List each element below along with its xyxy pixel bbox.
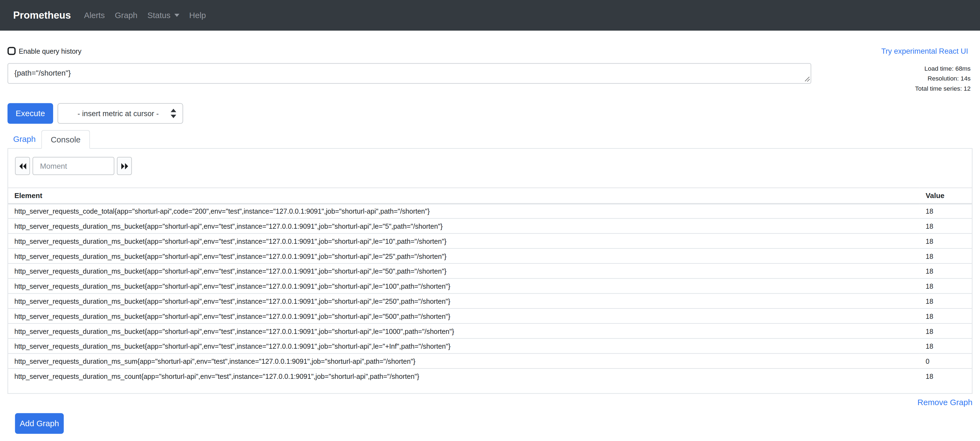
value-cell: 18: [920, 279, 972, 294]
table-row: http_server_requests_duration_ms_bucket{…: [8, 293, 972, 309]
enable-query-history-checkbox[interactable]: [7, 47, 16, 55]
tab-console[interactable]: Console: [41, 130, 90, 149]
resolution-stat: Resolution: 14s: [915, 74, 971, 84]
total-series-stat: Total time series: 12: [915, 84, 971, 94]
console-table: Element Value http_server_requests_code_…: [8, 188, 972, 384]
console-panel: Element Value http_server_requests_code_…: [7, 149, 972, 393]
rewind-icon: [19, 163, 26, 169]
value-cell: 18: [920, 309, 972, 323]
table-row: http_server_requests_duration_ms_count{a…: [8, 368, 972, 384]
element-cell: http_server_requests_duration_ms_bucket{…: [8, 339, 920, 353]
query-expression-input[interactable]: {path="/shorten"}: [7, 63, 811, 84]
table-header-row: Element Value: [8, 188, 972, 204]
element-cell: http_server_requests_duration_ms_bucket{…: [8, 309, 920, 323]
value-cell: 18: [920, 339, 972, 353]
enable-query-history-label: Enable query history: [19, 47, 81, 54]
value-cell: 18: [920, 233, 972, 248]
value-column-header: Value: [920, 188, 972, 204]
history-row: Enable query history Try experimental Re…: [7, 46, 972, 56]
table-row: http_server_requests_duration_ms_bucket{…: [8, 233, 972, 248]
table-row: http_server_requests_duration_ms_bucket{…: [8, 218, 972, 234]
brand-prometheus[interactable]: Prometheus: [13, 10, 71, 21]
table-row: http_server_requests_duration_ms_bucket{…: [8, 264, 972, 279]
table-row: http_server_requests_duration_ms_bucket{…: [8, 248, 972, 264]
element-cell: http_server_requests_code_total{app="sho…: [8, 204, 920, 218]
nav-item-help[interactable]: Help: [184, 11, 211, 20]
element-cell: http_server_requests_duration_ms_bucket{…: [8, 323, 920, 339]
element-cell: http_server_requests_duration_ms_bucket{…: [8, 264, 920, 279]
add-graph-button[interactable]: Add Graph: [15, 413, 64, 433]
fast-forward-icon: [121, 163, 128, 169]
load-time-stat: Load time: 68ms: [915, 64, 971, 74]
value-cell: 0: [920, 353, 972, 368]
tab-bar: Graph Console: [7, 130, 972, 149]
element-cell: http_server_requests_duration_ms_bucket{…: [8, 293, 920, 309]
value-cell: 18: [920, 248, 972, 264]
value-cell: 18: [920, 204, 972, 218]
try-react-ui-link[interactable]: Try experimental React UI: [881, 46, 973, 55]
chevron-down-icon: [174, 14, 179, 17]
table-row: http_server_requests_duration_ms_bucket{…: [8, 279, 972, 294]
table-row: http_server_requests_duration_ms_sum{app…: [8, 353, 972, 368]
table-row: http_server_requests_duration_ms_bucket{…: [8, 339, 972, 353]
nav-item-graph[interactable]: Graph: [110, 11, 142, 20]
table-row: http_server_requests_code_total{app="sho…: [8, 204, 972, 218]
value-cell: 18: [920, 264, 972, 279]
insert-metric-select-label: - insert metric at cursor -: [66, 109, 171, 118]
moment-input[interactable]: [33, 157, 115, 175]
remove-graph-link[interactable]: Remove Graph: [917, 397, 972, 406]
nav-item-status-label: Status: [147, 11, 170, 20]
element-cell: http_server_requests_duration_ms_count{a…: [8, 368, 920, 384]
value-cell: 18: [920, 293, 972, 309]
moment-next-button[interactable]: [117, 157, 132, 175]
element-cell: http_server_requests_duration_ms_sum{app…: [8, 353, 920, 368]
up-down-arrows-icon: [171, 109, 177, 118]
table-row: http_server_requests_duration_ms_bucket{…: [8, 309, 972, 323]
element-cell: http_server_requests_duration_ms_bucket{…: [8, 248, 920, 264]
value-cell: 18: [920, 323, 972, 339]
actions-row: Execute - insert metric at cursor -: [7, 103, 972, 124]
remove-graph-row: Remove Graph: [7, 396, 972, 406]
prometheus-app: Prometheus Alerts Graph Status Help Enab…: [0, 0, 980, 441]
table-row: http_server_requests_duration_ms_bucket{…: [8, 323, 972, 339]
element-cell: http_server_requests_duration_ms_bucket{…: [8, 279, 920, 294]
value-cell: 18: [920, 368, 972, 384]
moment-controls: [15, 157, 972, 175]
moment-prev-button[interactable]: [15, 157, 30, 175]
navbar: Prometheus Alerts Graph Status Help: [0, 0, 980, 31]
nav-item-status[interactable]: Status: [142, 11, 185, 20]
element-column-header: Element: [8, 188, 920, 204]
value-cell: 18: [920, 218, 972, 234]
page-content: Enable query history Try experimental Re…: [0, 46, 980, 434]
query-stats: Load time: 68ms Resolution: 14s Total ti…: [915, 63, 973, 94]
element-cell: http_server_requests_duration_ms_bucket{…: [8, 233, 920, 248]
nav-item-alerts[interactable]: Alerts: [79, 11, 110, 20]
element-cell: http_server_requests_duration_ms_bucket{…: [8, 218, 920, 234]
tab-graph[interactable]: Graph: [7, 130, 41, 149]
insert-metric-select[interactable]: - insert metric at cursor -: [57, 103, 183, 124]
query-row: {path="/shorten"} Load time: 68ms Resolu…: [7, 63, 972, 94]
execute-button[interactable]: Execute: [7, 103, 53, 124]
